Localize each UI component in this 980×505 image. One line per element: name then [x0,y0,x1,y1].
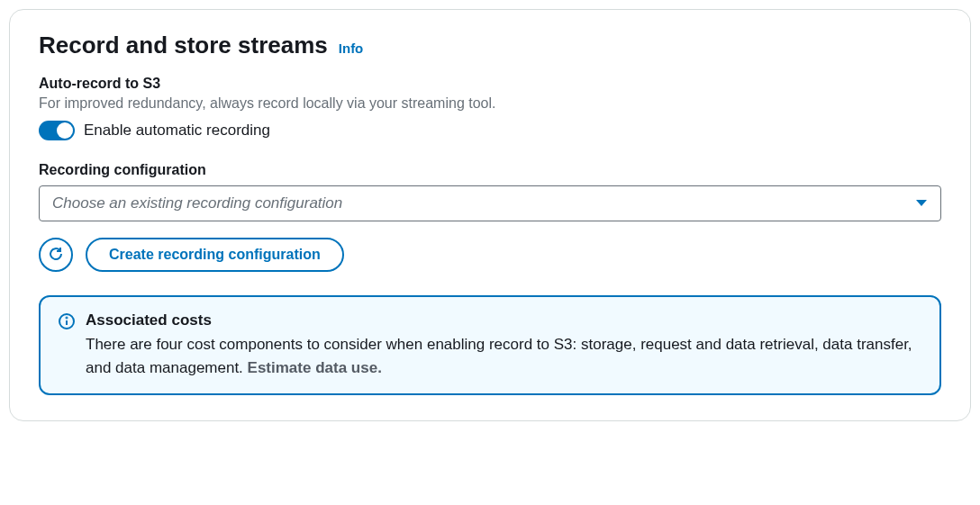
toggle-knob [57,122,73,139]
auto-record-toggle-row: Enable automatic recording [39,121,941,140]
auto-record-toggle[interactable] [39,121,75,140]
chevron-down-icon [915,195,928,212]
estimate-data-link[interactable]: Estimate data use. [248,359,382,376]
associated-costs-box: Associated costs There are four cost com… [39,295,941,395]
refresh-icon [48,246,64,265]
recording-config-label: Recording configuration [39,162,941,178]
info-box-title: Associated costs [86,311,921,329]
auto-record-section: Auto-record to S3 For improved redundanc… [39,76,941,140]
select-placeholder: Choose an existing recording configurati… [52,194,342,212]
info-content: Associated costs There are four cost com… [86,311,921,379]
auto-record-label: Auto-record to S3 [39,76,941,92]
panel-header: Record and store streams Info [39,32,941,59]
info-icon [59,311,75,379]
info-link[interactable]: Info [339,41,364,56]
auto-record-description: For improved redundancy, always record l… [39,95,941,112]
create-config-button[interactable]: Create recording configuration [86,238,344,272]
recording-config-section: Recording configuration Choose an existi… [39,162,941,221]
toggle-label: Enable automatic recording [84,122,270,140]
record-streams-panel: Record and store streams Info Auto-recor… [9,9,971,421]
info-box-body: There are four cost components to consid… [86,336,912,376]
panel-title: Record and store streams [39,32,328,59]
svg-point-2 [67,318,68,319]
refresh-button[interactable] [39,238,73,272]
config-button-row: Create recording configuration [39,238,941,272]
info-box-text: There are four cost components to consid… [86,333,921,379]
recording-config-select[interactable]: Choose an existing recording configurati… [39,185,941,221]
